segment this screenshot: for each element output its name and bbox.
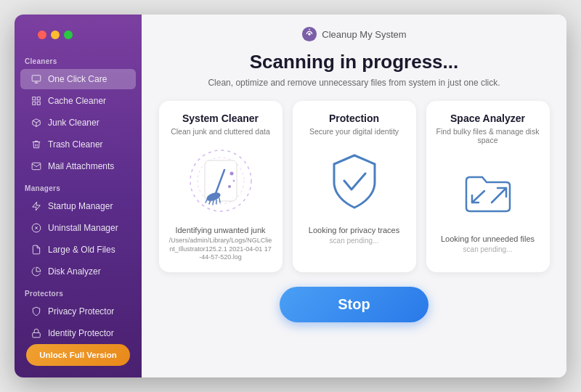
card-subtitle: Clean junk and cluttered data: [171, 127, 270, 136]
unlock-full-version-button[interactable]: Unlock Full Version: [26, 344, 130, 366]
svg-point-27: [232, 180, 235, 182]
traffic-lights: [38, 30, 73, 39]
sidebar-section-protectors: Protectors: [15, 282, 142, 301]
svg-rect-5: [33, 102, 36, 105]
sidebar-item-identity-protector[interactable]: Identity Protector: [20, 323, 136, 343]
sidebar-item-startup-manager[interactable]: Startup Manager: [20, 196, 136, 216]
svg-point-28: [228, 185, 231, 188]
sidebar-item-label: Trash Cleaner: [48, 139, 103, 150]
app-title-bar: Cleanup My System: [301, 26, 406, 42]
minimize-button[interactable]: [51, 30, 60, 39]
svg-rect-6: [37, 102, 40, 105]
card-status: Looking for privacy traces: [309, 226, 399, 234]
sidebar-item-junk-cleaner[interactable]: Junk Cleaner: [20, 113, 136, 133]
cards-row: System Cleaner Clean junk and cluttered …: [156, 101, 552, 272]
shield-icon: [31, 306, 42, 317]
svg-marker-8: [33, 202, 41, 211]
sidebar-item-label: One Click Care: [48, 74, 107, 84]
sidebar: Cleaners One Click Care Cache Cleaner Ju…: [15, 15, 142, 377]
scan-heading: Scanning in progress...: [250, 51, 459, 73]
sidebar-item-large-old-files[interactable]: Large & Old Files: [20, 240, 136, 260]
zap-icon: [31, 200, 42, 212]
card-subtitle: Secure your digital identity: [309, 127, 399, 136]
sidebar-item-label: Disk Analyzer: [48, 266, 101, 277]
sidebar-item-trash-cleaner[interactable]: Trash Cleaner: [20, 134, 136, 155]
card-status: Looking for unneeded files: [441, 234, 535, 243]
sidebar-item-privacy-protector[interactable]: Privacy Protector: [20, 301, 136, 322]
sidebar-section-cleaners: Cleaners: [15, 50, 142, 68]
system-cleaner-illustration: [184, 144, 257, 217]
lock-icon: [31, 327, 42, 339]
svg-rect-0: [32, 75, 41, 81]
file-icon: [31, 244, 42, 256]
sidebar-section-managers: Managers: [15, 177, 142, 195]
svg-rect-4: [37, 97, 40, 100]
sidebar-item-disk-analyzer[interactable]: Disk Analyzer: [20, 261, 136, 282]
sidebar-item-label: Uninstall Manager: [48, 223, 118, 233]
protection-illustration: [318, 144, 391, 217]
close-button[interactable]: [38, 30, 46, 39]
app-title: Cleanup My System: [322, 29, 406, 40]
svg-rect-3: [33, 97, 36, 100]
space-analyzer-card: Space Analyzer Find bulky files & manage…: [426, 101, 550, 272]
sidebar-item-one-click-care[interactable]: One Click Care: [20, 69, 136, 89]
sidebar-item-label: Mail Attachments: [48, 161, 114, 171]
card-pending: scan pending...: [330, 237, 379, 245]
sidebar-item-cache-cleaner[interactable]: Cache Cleaner: [20, 91, 136, 111]
sidebar-item-label: Large & Old Files: [48, 245, 115, 255]
svg-line-25: [219, 198, 220, 203]
card-subtitle: Find bulky files & manage disk space: [436, 127, 540, 144]
card-title: System Cleaner: [182, 113, 259, 124]
sidebar-item-uninstall-manager[interactable]: Uninstall Manager: [20, 218, 136, 238]
svg-point-14: [308, 33, 311, 36]
card-status: Identifying unwanted junk: [175, 226, 265, 234]
mail-icon: [31, 160, 42, 172]
app-window: Cleaners One Click Care Cache Cleaner Ju…: [15, 15, 566, 377]
monitor-icon: [31, 73, 42, 85]
sidebar-item-label: Identity Protector: [48, 328, 114, 338]
space-analyzer-illustration: [452, 153, 524, 226]
sidebar-item-label: Privacy Protector: [48, 306, 114, 317]
stop-button[interactable]: Stop: [280, 287, 428, 322]
svg-line-29: [492, 188, 506, 203]
card-title: Protection: [329, 113, 379, 124]
sidebar-item-label: Startup Manager: [48, 201, 113, 211]
card-pending: scan pending...: [463, 245, 513, 253]
trash-icon: [31, 139, 42, 150]
x-circle-icon: [31, 222, 42, 234]
package-icon: [31, 117, 42, 128]
system-cleaner-card: System Cleaner Clean junk and cluttered …: [159, 101, 283, 272]
svg-point-26: [229, 172, 233, 176]
pie-chart-icon: [31, 266, 42, 277]
protection-card: Protection Secure your digital identity …: [293, 101, 416, 272]
main-content: Cleanup My System Scanning in progress..…: [142, 15, 566, 377]
sidebar-item-mail-attachments[interactable]: Mail Attachments: [20, 156, 136, 176]
svg-line-30: [472, 191, 484, 203]
svg-line-23: [213, 200, 214, 205]
sidebar-item-label: Cache Cleaner: [48, 96, 106, 106]
card-path: /Users/admin/Library/Logs/NGLClient_Illu…: [169, 237, 272, 262]
grid-icon: [31, 95, 42, 107]
svg-rect-12: [33, 332, 41, 337]
app-logo-icon: [301, 26, 317, 42]
card-title: Space Analyzer: [450, 113, 525, 124]
sidebar-item-label: Junk Cleaner: [48, 118, 99, 128]
sidebar-bottom: Unlock Full Version: [15, 344, 142, 366]
maximize-button[interactable]: [64, 30, 73, 39]
scan-subtitle: Clean, optimize and remove unnecessary f…: [208, 78, 500, 88]
